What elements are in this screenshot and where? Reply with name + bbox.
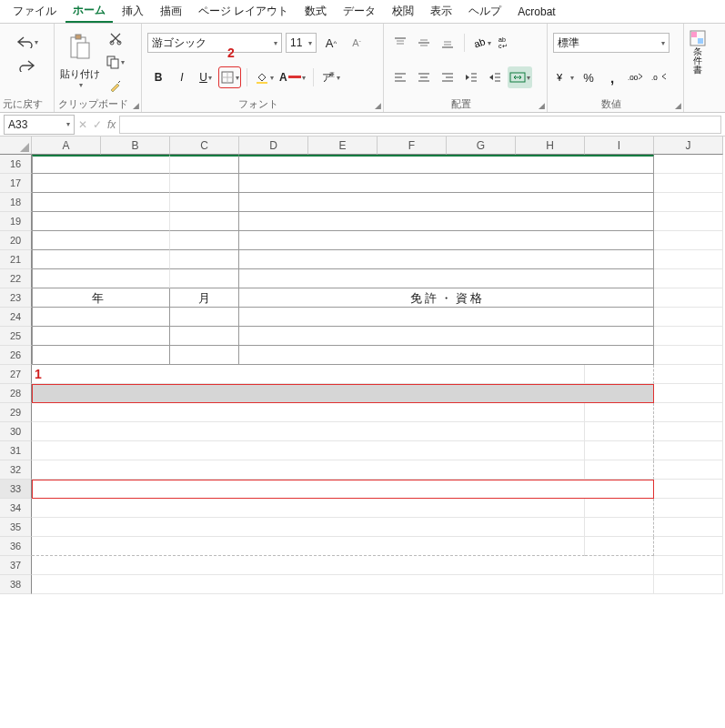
row-header[interactable]: 30 [0,422,32,441]
row-header[interactable]: 37 [0,556,32,575]
row-header[interactable]: 27 [0,365,32,384]
redo-button[interactable] [16,55,38,76]
copy-button[interactable]: ▾ [104,51,126,73]
font-color-button[interactable]: A▾ [277,66,307,88]
row-header[interactable]: 31 [0,441,32,460]
menu-acrobat[interactable]: Acrobat [510,3,562,21]
col-header-B[interactable]: B [101,136,170,155]
align-right-button[interactable] [437,66,458,88]
row-header[interactable]: 21 [0,250,32,269]
cell-license[interactable]: 免 許 ・ 資 格 [239,288,654,308]
fx-icon[interactable]: fx [107,118,116,131]
menu-home[interactable]: ホーム [65,0,113,23]
col-header-H[interactable]: H [516,136,585,155]
decrease-font-button[interactable]: Aˇ [346,32,368,54]
cut-button[interactable] [104,27,126,49]
row-header[interactable]: 18 [0,193,32,212]
enter-formula-icon[interactable]: ✓ [93,118,102,131]
row-header[interactable]: 22 [0,269,32,288]
font-size-select[interactable]: 11▾ [286,33,317,53]
menu-data[interactable]: データ [336,1,383,22]
row-header[interactable]: 33 [0,480,32,499]
align-bottom-button[interactable] [437,32,458,54]
row-header[interactable]: 28 [0,384,32,403]
worksheet[interactable]: A B C D E F G H I J 16 17 18 19 20 21 22… [0,136,725,594]
selected-row-28[interactable] [32,384,654,403]
align-launcher-icon[interactable]: ◢ [539,101,545,110]
row-header[interactable]: 26 [0,346,32,365]
row-header[interactable]: 36 [0,537,32,556]
increase-decimal-button[interactable]: .00 [625,66,647,88]
row-header[interactable]: 32 [0,460,32,480]
clipboard-launcher-icon[interactable]: ◢ [133,101,139,110]
decrease-indent-button[interactable] [460,66,482,88]
row-header[interactable]: 25 [0,327,32,346]
row-header[interactable]: 35 [0,518,32,537]
row-header[interactable]: 38 [0,575,32,594]
percent-button[interactable]: % [578,66,599,88]
menu-file[interactable]: ファイル [5,1,64,22]
menu-formulas[interactable]: 数式 [297,1,334,22]
bold-button[interactable]: B [147,66,169,88]
row-header[interactable]: 16 [0,155,32,174]
col-header-J[interactable]: J [654,136,723,155]
conditional-format-icon[interactable] [689,29,707,47]
borders-button[interactable]: ▾ [218,66,241,88]
comma-button[interactable]: , [601,66,623,88]
wrap-text-button[interactable]: abc↵ [495,32,517,54]
name-box[interactable]: A33▾ [4,115,75,135]
column-headers: A B C D E F G H I J [0,136,725,155]
formula-bar[interactable] [119,116,721,134]
active-cell-row-33[interactable] [32,480,654,499]
decrease-decimal-button[interactable]: .0 [649,66,670,88]
col-header-C[interactable]: C [170,136,239,155]
underline-button[interactable]: U▾ [195,66,216,88]
cancel-formula-icon[interactable]: ✕ [78,118,87,131]
align-top-button[interactable] [389,32,411,54]
col-header-A[interactable]: A [32,136,101,155]
merge-center-button[interactable]: ▾ [508,66,532,88]
undo-button[interactable]: ▾ [14,31,40,53]
row-header[interactable]: 17 [0,174,32,193]
font-launcher-icon[interactable]: ◢ [375,101,381,110]
row-header[interactable]: 29 [0,403,32,422]
menu-view[interactable]: 表示 [423,1,459,22]
paste-button[interactable] [64,27,96,67]
select-all-corner[interactable] [0,136,32,155]
number-launcher-icon[interactable]: ◢ [675,101,681,110]
align-left-button[interactable] [389,66,411,88]
group-clipboard: 貼り付け ▾ ▾ クリップボード ◢ [55,24,142,112]
accounting-format-button[interactable]: ¥▾ [553,66,576,88]
align-center-button[interactable] [413,66,435,88]
col-header-G[interactable]: G [447,136,516,155]
number-format-select[interactable]: 標準▾ [553,33,670,53]
paste-dropdown[interactable]: ▾ [79,81,83,89]
format-painter-button[interactable] [104,75,126,96]
orientation-button[interactable]: ab▾ [470,32,493,54]
group-label-clipboard: クリップボード [55,96,132,111]
svg-rect-2 [77,43,89,58]
menu-help[interactable]: ヘルプ [461,1,509,22]
menu-page-layout[interactable]: ページ レイアウト [191,1,296,22]
col-header-I[interactable]: I [585,136,654,155]
menu-draw[interactable]: 描画 [153,1,189,22]
cell-month[interactable]: 月 [170,288,239,308]
col-header-D[interactable]: D [239,136,308,155]
font-name-select[interactable]: 游ゴシック▾ [147,33,282,53]
col-header-F[interactable]: F [378,136,447,155]
col-header-E[interactable]: E [308,136,378,155]
align-middle-button[interactable] [413,32,435,54]
increase-font-button[interactable]: A^ [320,32,342,54]
fill-color-button[interactable]: ▾ [253,66,276,88]
italic-button[interactable]: I [171,66,193,88]
phonetic-button[interactable]: ア亜▾ [319,66,342,88]
row-header[interactable]: 23 [0,288,32,308]
increase-indent-button[interactable] [484,66,506,88]
menu-insert[interactable]: 挿入 [115,1,151,22]
menu-review[interactable]: 校閲 [385,1,421,22]
cell-year[interactable]: 年 [32,288,170,308]
row-header[interactable]: 24 [0,308,32,327]
row-header[interactable]: 20 [0,231,32,250]
row-header[interactable]: 19 [0,212,32,231]
row-header[interactable]: 34 [0,499,32,518]
